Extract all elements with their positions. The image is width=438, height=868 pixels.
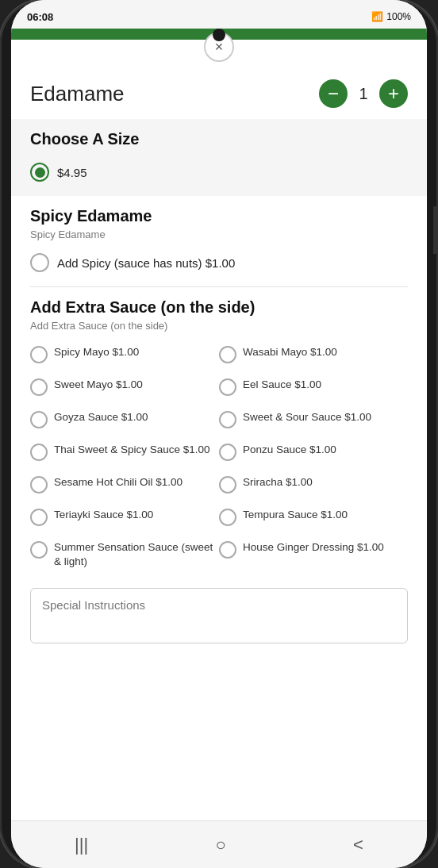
close-button-area: × (11, 40, 427, 65)
radio-sriracha[interactable] (219, 476, 236, 494)
extra-sauce-title: Add Extra Sauce (on the side) (30, 298, 408, 317)
label-teriayki: Teriayki Sauce $1.00 (54, 508, 153, 522)
sauce-option-sweet-mayo[interactable]: Sweet Mayo $1.00 (30, 371, 219, 403)
radio-teriayki[interactable] (30, 509, 48, 526)
label-ponzu: Ponzu Sauce $1.00 (243, 443, 336, 457)
label-sweet-mayo: Sweet Mayo $1.00 (54, 378, 143, 392)
radio-inner-dot (35, 167, 45, 178)
radio-goyza[interactable] (30, 411, 48, 428)
spicy-option-row[interactable]: Add Spicy (sauce has nuts) $1.00 (30, 247, 408, 278)
radio-summer[interactable] (30, 541, 48, 559)
label-thai: Thai Sweet & Spicy Sauce $1.00 (54, 443, 210, 457)
label-eel: Eel Sauce $1.00 (243, 378, 321, 392)
special-instructions-input[interactable] (30, 588, 408, 643)
label-wasabi-mayo: Wasabi Mayo $1.00 (243, 345, 337, 359)
radio-spicy-mayo[interactable] (30, 346, 48, 363)
sauce-option-wasabi-mayo[interactable]: Wasabi Mayo $1.00 (219, 338, 408, 371)
radio-sweet-mayo[interactable] (30, 378, 48, 396)
radio-eel[interactable] (219, 378, 236, 396)
sauce-option-summer[interactable]: Summer Sensation Sauce (sweet & light) (30, 533, 219, 575)
sauce-option-thai[interactable]: Thai Sweet & Spicy Sauce $1.00 (30, 436, 219, 468)
radio-thai[interactable] (30, 444, 48, 461)
choose-size-section: Choose A Size $4.95 (11, 119, 427, 196)
special-instructions-wrap (11, 575, 427, 659)
label-summer: Summer Sensation Sauce (sweet & light) (54, 540, 216, 568)
sauce-option-ponzu[interactable]: Ponzu Sauce $1.00 (219, 436, 408, 468)
radio-house-ginger[interactable] (219, 541, 236, 559)
label-sesame: Sesame Hot Chili Oil $1.00 (54, 475, 182, 490)
status-bar: 06:08 📶 100% (11, 0, 427, 29)
decrement-button[interactable]: − (319, 79, 348, 108)
label-house-ginger: House Ginger Dressing $1.00 (243, 540, 384, 555)
sauce-option-sriracha[interactable]: Sriracha $1.00 (219, 468, 408, 501)
sauce-options-grid: Spicy Mayo $1.00 Wasabi Mayo $1.00 Sweet… (11, 338, 427, 575)
spicy-edamame-subtitle: Spicy Edamame (30, 229, 408, 240)
status-icons: 📶 100% (371, 11, 411, 22)
radio-sesame[interactable] (30, 476, 48, 494)
radio-tempura[interactable] (219, 509, 236, 526)
quantity-controls: − 1 + (319, 79, 408, 108)
sauce-option-spicy-mayo[interactable]: Spicy Mayo $1.00 (30, 338, 219, 371)
battery-icon: 100% (386, 11, 411, 22)
main-content: Edamame − 1 + Choose A Size (11, 65, 427, 820)
back-icon[interactable]: < (353, 835, 363, 855)
sauce-option-sesame[interactable]: Sesame Hot Chili Oil $1.00 (30, 468, 219, 501)
sauce-option-eel[interactable]: Eel Sauce $1.00 (219, 371, 408, 403)
increment-button[interactable]: + (379, 79, 408, 108)
spicy-radio[interactable] (30, 253, 49, 272)
sauce-option-tempura[interactable]: Tempura Sauce $1.00 (219, 501, 408, 533)
sauce-option-sweet-sour[interactable]: Sweet & Sour Sauce $1.00 (219, 403, 408, 436)
camera-notch (213, 29, 225, 41)
spicy-edamame-title: Spicy Edamame (30, 207, 408, 225)
status-time: 06:08 (27, 11, 53, 23)
extra-sauce-section: Add Extra Sauce (on the side) Add Extra … (11, 287, 427, 332)
size-option-row[interactable]: $4.95 (30, 156, 408, 188)
sauce-option-goyza[interactable]: Goyza Sauce $1.00 (30, 403, 219, 436)
spicy-edamame-section: Spicy Edamame Spicy Edamame Add Spicy (s… (11, 196, 427, 286)
minus-icon: − (328, 84, 339, 103)
spicy-option-label: Add Spicy (sauce has nuts) $1.00 (57, 256, 235, 270)
label-sweet-sour: Sweet & Sour Sauce $1.00 (243, 410, 371, 424)
plus-icon: + (388, 84, 399, 103)
size-option-label: $4.95 (57, 166, 87, 179)
extra-sauce-subtitle: Add Extra Sauce (on the side) (30, 320, 408, 332)
radio-sweet-sour[interactable] (219, 411, 236, 428)
sauce-option-teriayki[interactable]: Teriayki Sauce $1.00 (30, 501, 219, 533)
label-goyza: Goyza Sauce $1.00 (54, 410, 148, 424)
radio-ponzu[interactable] (219, 444, 236, 461)
choose-size-title: Choose A Size (30, 130, 408, 148)
home-icon[interactable]: ○ (215, 835, 225, 855)
sauce-option-house-ginger[interactable]: House Ginger Dressing $1.00 (219, 533, 408, 575)
radio-wasabi-mayo[interactable] (219, 346, 236, 363)
label-sriracha: Sriracha $1.00 (243, 475, 313, 490)
side-button (433, 206, 438, 254)
item-title: Edamame (30, 82, 125, 106)
quantity-value: 1 (355, 85, 371, 103)
bottom-nav: ||| ○ < (11, 820, 427, 868)
label-tempura: Tempura Sauce $1.00 (243, 508, 348, 522)
recent-apps-icon[interactable]: ||| (75, 835, 88, 855)
wifi-icon: 📶 (371, 11, 383, 22)
item-header: Edamame − 1 + (11, 65, 427, 119)
label-spicy-mayo: Spicy Mayo $1.00 (54, 345, 139, 359)
size-radio-selected[interactable] (30, 163, 49, 182)
